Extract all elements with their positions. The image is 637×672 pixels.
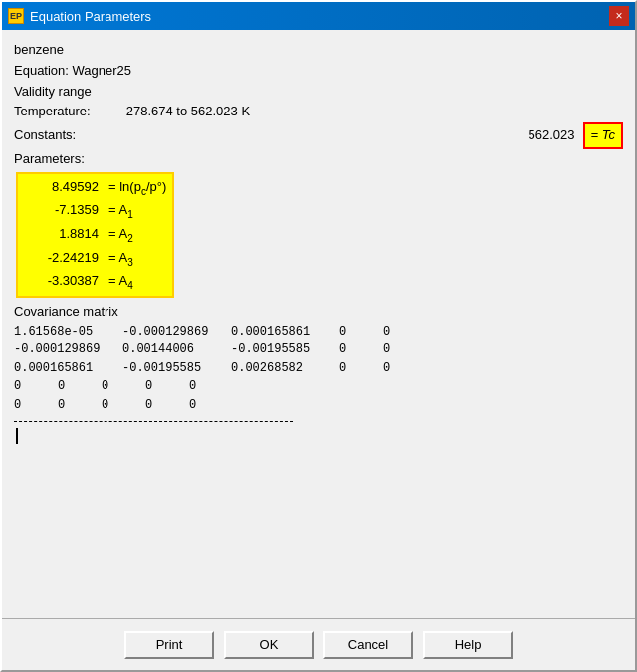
cov-cell-4-0: 0 xyxy=(14,396,54,415)
window-icon: EP xyxy=(8,8,24,24)
param-row-2: 1.8814 = A2 xyxy=(24,223,166,247)
close-button[interactable]: × xyxy=(609,6,629,26)
param-row-3: -2.24219 = A3 xyxy=(24,247,166,271)
cov-cell-2-4: 0 xyxy=(383,359,423,378)
cov-cell-1-4: 0 xyxy=(383,340,423,359)
compound-name: benzene xyxy=(14,40,623,61)
param-row-0: 8.49592 = ln(pc/p°) xyxy=(24,176,166,200)
cov-cell-4-4: 0 xyxy=(189,396,229,415)
ok-button[interactable]: OK xyxy=(224,631,314,659)
cov-cell-4-3: 0 xyxy=(145,396,185,415)
print-button[interactable]: Print xyxy=(124,631,214,659)
cursor-line xyxy=(16,428,623,444)
footer: Print OK Cancel Help xyxy=(2,618,635,670)
param-row-1: -7.1359 = A1 xyxy=(24,199,166,223)
cov-cell-3-1: 0 xyxy=(58,377,98,396)
param-label-0: = ln(pc/p°) xyxy=(108,176,166,200)
temperature-spacer xyxy=(94,104,122,118)
cov-cell-4-1: 0 xyxy=(58,396,98,415)
cov-cell-4-2: 0 xyxy=(102,396,141,415)
temperature-label: Temperature: xyxy=(14,104,91,118)
param-value-4: -3.30387 xyxy=(24,270,99,294)
cov-row-4: 0 0 0 0 0 xyxy=(14,396,623,415)
temperature-line: Temperature: 278.674 to 562.023 K xyxy=(14,102,623,122)
covariance-header: Covariance matrix xyxy=(14,302,623,323)
cov-cell-0-2: 0.000165861 xyxy=(231,323,335,341)
parameters-table: 8.49592 = ln(pc/p°) -7.1359 = A1 1.8814 … xyxy=(16,172,174,298)
cov-row-0: 1.61568e-05 -0.000129869 0.000165861 0 0 xyxy=(14,323,623,341)
param-label-1: = A1 xyxy=(108,199,133,223)
cov-cell-2-1: -0.00195585 xyxy=(122,359,227,378)
content-area: benzene Equation: Wagner25 Validity rang… xyxy=(2,30,635,618)
cov-cell-3-2: 0 xyxy=(102,377,141,396)
cancel-button[interactable]: Cancel xyxy=(323,631,413,659)
covariance-section: Covariance matrix 1.61568e-05 -0.0001298… xyxy=(14,302,623,415)
title-bar: EP Equation Parameters × xyxy=(2,2,635,30)
cov-cell-3-3: 0 xyxy=(145,377,185,396)
covariance-matrix: 1.61568e-05 -0.000129869 0.000165861 0 0… xyxy=(14,323,623,415)
cov-cell-0-4: 0 xyxy=(383,323,423,341)
validity-range-label: Validity range xyxy=(14,82,623,103)
cov-cell-3-0: 0 xyxy=(14,377,54,396)
constants-value: 562.023 xyxy=(529,125,575,146)
separator-line xyxy=(14,421,293,422)
equation-parameters-window: EP Equation Parameters × benzene Equatio… xyxy=(0,0,637,672)
cov-cell-3-4: 0 xyxy=(189,377,229,396)
param-value-2: 1.8814 xyxy=(24,223,99,247)
param-value-0: 8.49592 xyxy=(24,176,99,200)
param-row-4: -3.30387 = A4 xyxy=(24,270,166,294)
equation-label: Equation: xyxy=(14,63,69,78)
param-label-3: = A3 xyxy=(108,247,133,271)
param-value-3: -2.24219 xyxy=(24,247,99,271)
cov-cell-1-2: -0.00195585 xyxy=(231,340,335,359)
cov-cell-0-1: -0.000129869 xyxy=(122,323,227,341)
cov-cell-0-3: 0 xyxy=(339,323,379,341)
param-value-1: -7.1359 xyxy=(24,199,99,223)
equation-value: Wagner25 xyxy=(73,63,132,78)
title-text: Equation Parameters xyxy=(30,9,151,24)
cov-cell-0-0: 1.61568e-05 xyxy=(14,323,118,341)
help-button[interactable]: Help xyxy=(423,631,513,659)
param-label-4: = A4 xyxy=(108,270,133,294)
cov-row-3: 0 0 0 0 0 xyxy=(14,377,623,396)
cov-cell-1-3: 0 xyxy=(339,340,379,359)
cov-cell-1-1: 0.00144006 xyxy=(122,340,227,359)
param-label-2: = A2 xyxy=(108,223,133,247)
equation-line: Equation: Wagner25 xyxy=(14,61,623,82)
cov-row-2: 0.000165861 -0.00195585 0.00268582 0 0 xyxy=(14,359,623,378)
constants-line: Constants: 562.023 = Tc xyxy=(14,122,623,149)
cov-cell-1-0: -0.000129869 xyxy=(14,340,118,359)
title-bar-left: EP Equation Parameters xyxy=(8,8,151,24)
cov-cell-2-3: 0 xyxy=(339,359,379,378)
cov-row-1: -0.000129869 0.00144006 -0.00195585 0 0 xyxy=(14,340,623,359)
parameters-label: Parameters: xyxy=(14,149,623,170)
tc-badge: = Tc xyxy=(583,122,623,149)
temperature-value: 278.674 to 562.023 K xyxy=(126,104,250,118)
constants-label: Constants: xyxy=(14,125,76,146)
cov-cell-2-2: 0.00268582 xyxy=(231,359,335,378)
cov-cell-2-0: 0.000165861 xyxy=(14,359,118,378)
